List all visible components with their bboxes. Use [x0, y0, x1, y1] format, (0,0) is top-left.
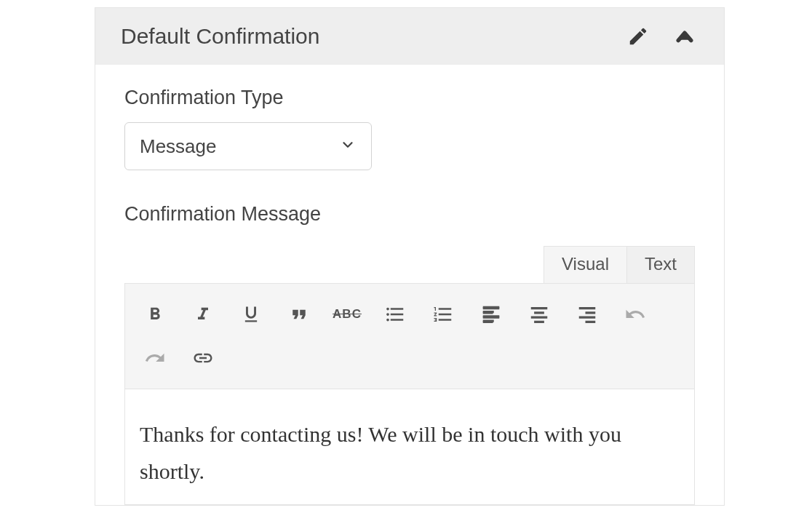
numbered-list-icon: [432, 303, 454, 325]
italic-icon: [193, 304, 213, 325]
collapse-button[interactable]: [671, 23, 698, 50]
undo-button[interactable]: [613, 295, 658, 333]
panel-body: Confirmation Type Message Confirmation M…: [95, 65, 724, 505]
align-center-button[interactable]: [517, 295, 562, 333]
confirmation-type-select[interactable]: Message: [124, 122, 372, 170]
align-right-icon: [576, 303, 598, 325]
strikethrough-button[interactable]: ABC: [325, 295, 370, 333]
tab-text[interactable]: Text: [626, 246, 695, 283]
panel-header: Default Confirmation: [95, 8, 724, 65]
align-center-icon: [528, 303, 550, 325]
link-icon: [192, 347, 214, 369]
chevron-up-icon: [671, 23, 698, 50]
confirmation-type-label: Confirmation Type: [124, 87, 695, 109]
editor-toolbar: ABC: [125, 284, 694, 389]
strikethrough-icon: ABC: [333, 307, 362, 322]
select-value: Message: [140, 135, 217, 158]
bullet-list-icon: [384, 303, 406, 325]
align-left-button[interactable]: [469, 295, 514, 333]
confirmation-panel: Default Confirmation Confirmation Type M…: [95, 7, 725, 506]
editor-frame: ABC: [124, 283, 695, 505]
redo-icon: [144, 347, 166, 369]
pencil-icon: [627, 25, 649, 47]
redo-button[interactable]: [132, 339, 178, 377]
blockquote-button[interactable]: [276, 295, 322, 333]
confirmation-type-select-wrap: Message: [124, 122, 372, 170]
header-actions: [627, 23, 698, 50]
confirmation-message-label: Confirmation Message: [124, 203, 695, 226]
panel-title: Default Confirmation: [121, 24, 319, 49]
undo-icon: [624, 303, 646, 325]
underline-icon: [241, 304, 261, 325]
editor-content[interactable]: Thanks for contacting us! We will be in …: [125, 389, 694, 504]
align-left-icon: [480, 303, 502, 325]
edit-button[interactable]: [627, 25, 649, 47]
editor-tabs: Visual Text: [124, 246, 695, 283]
tab-visual[interactable]: Visual: [544, 246, 627, 283]
align-right-button[interactable]: [565, 295, 610, 333]
bold-button[interactable]: [132, 295, 178, 333]
numbered-list-button[interactable]: [421, 295, 466, 333]
quote-icon: [288, 303, 310, 325]
italic-button[interactable]: [180, 295, 226, 333]
bullet-list-button[interactable]: [373, 295, 418, 333]
underline-button[interactable]: [228, 295, 274, 333]
link-button[interactable]: [180, 339, 226, 377]
bold-icon: [145, 304, 165, 325]
